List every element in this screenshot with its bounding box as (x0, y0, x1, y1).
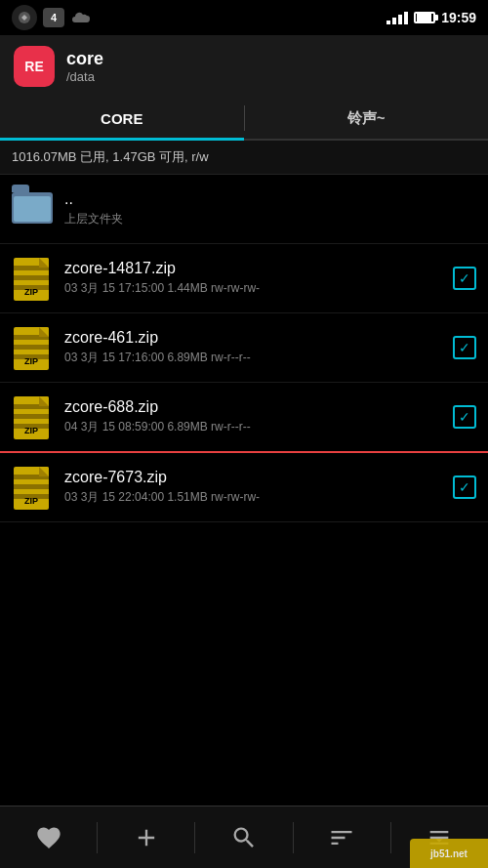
main-content: RE core /data CORE 铃声~ 1016.07MB 已用, 1.4… (0, 35, 488, 806)
add-button[interactable] (98, 806, 194, 868)
file-info: zcore-7673.zip 03 3月 15 22:04:00 1.51MB … (64, 469, 453, 506)
search-button[interactable] (195, 806, 292, 868)
list-item[interactable]: ZIP zcore-461.zip 03 3月 15 17:16:00 6.89… (0, 313, 488, 383)
folder-icon (12, 185, 55, 233)
time-display: 19:59 (441, 10, 476, 25)
file-checkbox[interactable] (453, 475, 476, 499)
status-app-icon (12, 5, 37, 30)
zip-icon: ZIP (12, 323, 55, 372)
file-info: zcore-461.zip 03 3月 15 17:16:00 6.89MB r… (64, 329, 453, 366)
heart-icon (35, 824, 62, 851)
list-item[interactable]: .. 上层文件夹 (0, 175, 488, 244)
status-right: 19:59 (386, 10, 476, 25)
app-title-block: core /data (66, 49, 103, 84)
filter-icon (328, 824, 355, 851)
file-list: .. 上层文件夹 ZIP zcore-14817.zip (0, 175, 488, 522)
tab-core[interactable]: CORE (0, 98, 244, 139)
tab-ringtone[interactable]: 铃声~ (245, 98, 489, 139)
storage-info: 1016.07MB 已用, 1.47GB 可用, r/w (0, 141, 488, 175)
plus-icon (133, 824, 160, 851)
zip-icon: ZIP (12, 254, 55, 303)
file-info: zcore-688.zip 04 3月 15 08:59:00 6.89MB r… (64, 398, 453, 435)
file-info: zcore-14817.zip 03 3月 15 17:15:00 1.44MB… (64, 260, 453, 297)
file-checkbox[interactable] (453, 405, 476, 429)
file-checkbox[interactable] (453, 336, 476, 359)
zip-icon: ZIP (12, 393, 55, 441)
app-logo: RE (14, 46, 55, 87)
notification-badge: 4 (43, 8, 64, 27)
status-left: 4 (12, 5, 92, 30)
search-icon (230, 824, 258, 851)
favorite-button[interactable] (0, 806, 97, 868)
file-checkbox[interactable] (453, 267, 476, 290)
list-item[interactable]: ZIP zcore-7673.zip 03 3月 15 22:04:00 1.5… (0, 453, 488, 522)
watermark: jb51.net (410, 839, 488, 868)
app-header: RE core /data (0, 35, 488, 98)
cloud-icon (70, 9, 92, 26)
tab-bar: CORE 铃声~ (0, 98, 488, 141)
list-item[interactable]: ZIP zcore-688.zip 04 3月 15 08:59:00 6.89… (0, 383, 488, 453)
signal-icon (386, 12, 408, 24)
app-name: core (66, 49, 103, 69)
filter-button[interactable] (294, 806, 390, 868)
file-info: .. 上层文件夹 (64, 190, 476, 227)
app-path: /data (66, 69, 103, 84)
zip-icon: ZIP (12, 463, 55, 512)
status-bar: 4 19:59 (0, 0, 488, 35)
battery-icon (414, 12, 435, 23)
list-item[interactable]: ZIP zcore-14817.zip 03 3月 15 17:15:00 1.… (0, 244, 488, 313)
